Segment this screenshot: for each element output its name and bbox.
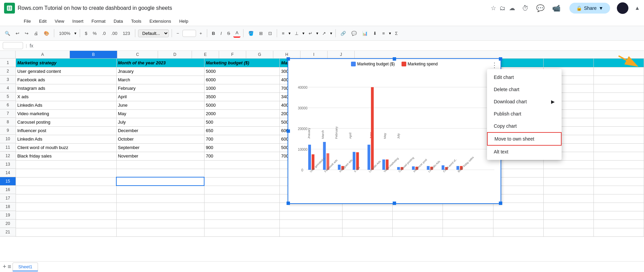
ctx-copy-chart[interactable]: Copy chart (487, 120, 562, 132)
chevron-up-icon[interactable]: ▲ (635, 5, 640, 11)
sheet-menu-button[interactable]: ≡ (8, 263, 12, 270)
row-header-5[interactable]: 5 (0, 92, 16, 101)
row-header-10[interactable]: 10 (0, 135, 16, 143)
percent-button[interactable]: % (91, 29, 99, 37)
insert-chart-button[interactable]: 📊 (360, 29, 370, 37)
cell-b17[interactable] (116, 194, 204, 203)
cell-a19[interactable] (16, 211, 116, 219)
ctx-download-chart[interactable]: Download chart ▶ (487, 96, 562, 108)
cell-j5[interactable] (593, 92, 644, 101)
cloud-icon[interactable]: ☁ (509, 4, 515, 12)
cell-c19[interactable] (204, 211, 279, 219)
cell-j8[interactable] (593, 118, 644, 126)
cell-i13[interactable] (543, 160, 593, 169)
menu-item-view[interactable]: View (51, 18, 67, 24)
font-name-select[interactable]: Default... (138, 29, 169, 37)
cell-j3[interactable] (593, 76, 644, 84)
cell-i14[interactable] (543, 169, 593, 177)
col-header-j[interactable]: J (328, 51, 355, 58)
cell-j7[interactable] (593, 109, 644, 118)
cell-b12[interactable]: November (116, 152, 204, 160)
star-icon[interactable]: ☆ (491, 4, 496, 12)
row-header-8[interactable]: 8 (0, 118, 16, 126)
cell-e19[interactable] (343, 211, 393, 219)
strikethrough-button[interactable]: S (225, 29, 232, 37)
cell-a18[interactable] (16, 203, 116, 211)
cell-c10[interactable]: 700 (204, 135, 279, 143)
cell-a13[interactable] (16, 160, 116, 169)
cell-i20[interactable] (543, 219, 593, 228)
cell-j6[interactable] (593, 101, 644, 109)
row-header-18[interactable]: 18 (0, 203, 16, 211)
cell-b11[interactable]: September (116, 143, 204, 152)
cell-b13[interactable] (116, 160, 204, 169)
cell-a4[interactable]: Instagram ads (16, 84, 116, 92)
cell-a10[interactable]: Linkedin Ads (16, 135, 116, 143)
cell-c5[interactable]: 3500 (204, 92, 279, 101)
link-button[interactable]: 🔗 (338, 29, 348, 37)
cell-c7[interactable]: 2000 (204, 109, 279, 118)
row-header-14[interactable]: 14 (0, 169, 16, 177)
comment-icon[interactable]: 💬 (536, 4, 545, 12)
cell-h21[interactable] (493, 228, 543, 236)
row-header-20[interactable]: 20 (0, 219, 16, 228)
menu-item-edit[interactable]: Edit (36, 18, 50, 24)
cell-c3[interactable]: 6000 (204, 76, 279, 84)
cell-reference[interactable]: B15 (3, 42, 23, 49)
row-header-1[interactable]: 1 (0, 59, 16, 67)
menu-item-format[interactable]: Format (88, 18, 109, 24)
cell-j18[interactable] (593, 203, 644, 211)
cell-a21[interactable] (16, 228, 116, 236)
cell-h19[interactable] (493, 211, 543, 219)
cell-c15[interactable] (204, 177, 279, 186)
col-header-b[interactable]: B (70, 51, 117, 58)
cell-e20[interactable] (343, 219, 393, 228)
menu-item-file[interactable]: File (20, 18, 34, 24)
cell-g21[interactable] (443, 228, 493, 236)
cell-b5[interactable]: April (116, 92, 204, 101)
bold-button[interactable]: B (210, 29, 217, 37)
cell-h20[interactable] (493, 219, 543, 228)
cell-i19[interactable] (543, 211, 593, 219)
more-formats[interactable]: 123 (121, 29, 132, 37)
cell-b14[interactable] (116, 169, 204, 177)
sheet-tab-sheet1[interactable]: Sheet1 (13, 263, 38, 271)
col-header-g[interactable]: G (246, 51, 273, 58)
functions-button[interactable]: Σ (393, 29, 400, 37)
font-size-decrease[interactable]: − (175, 29, 181, 37)
row-header-13[interactable]: 13 (0, 160, 16, 169)
cell-f21[interactable] (393, 228, 443, 236)
italic-button[interactable]: I (218, 29, 224, 37)
cell-i17[interactable] (543, 194, 593, 203)
font-size-increase[interactable]: + (197, 29, 204, 37)
col-header-f[interactable]: F (219, 51, 246, 58)
cell-c14[interactable] (204, 169, 279, 177)
cell-b15[interactable] (116, 177, 204, 186)
decimal-decrease[interactable]: .0 (100, 29, 108, 37)
cell-a9[interactable]: Influencer post (16, 126, 116, 135)
cell-g19[interactable] (443, 211, 493, 219)
cell-i1[interactable] (543, 59, 593, 67)
filter-views-button[interactable]: ≡ (380, 29, 387, 37)
valign-chevron[interactable]: ▼ (302, 32, 305, 35)
col-header-a[interactable]: A (16, 51, 70, 58)
cell-b4[interactable]: February (116, 84, 204, 92)
menu-item-tools[interactable]: Tools (128, 18, 144, 24)
cell-c21[interactable] (204, 228, 279, 236)
row-header-16[interactable]: 16 (0, 186, 16, 194)
cell-a12[interactable]: Black friday sales (16, 152, 116, 160)
cell-j10[interactable] (593, 135, 644, 143)
add-sheet-button[interactable]: + (3, 263, 6, 270)
print-button[interactable]: 🖨 (32, 29, 40, 37)
cell-j1[interactable] (593, 59, 644, 67)
row-header-15[interactable]: 15 (0, 177, 16, 186)
row-header-21[interactable]: 21 (0, 228, 16, 236)
cell-c4[interactable]: 1000 (204, 84, 279, 92)
currency-button[interactable]: $ (83, 29, 89, 37)
cell-c12[interactable]: 700 (204, 152, 279, 160)
cell-b20[interactable] (116, 219, 204, 228)
cell-j17[interactable] (593, 194, 644, 203)
vertical-align-button[interactable]: ⊥ (293, 29, 300, 37)
col-header-d[interactable]: D (158, 51, 192, 58)
text-rotation-button[interactable]: ↗ (320, 29, 328, 37)
